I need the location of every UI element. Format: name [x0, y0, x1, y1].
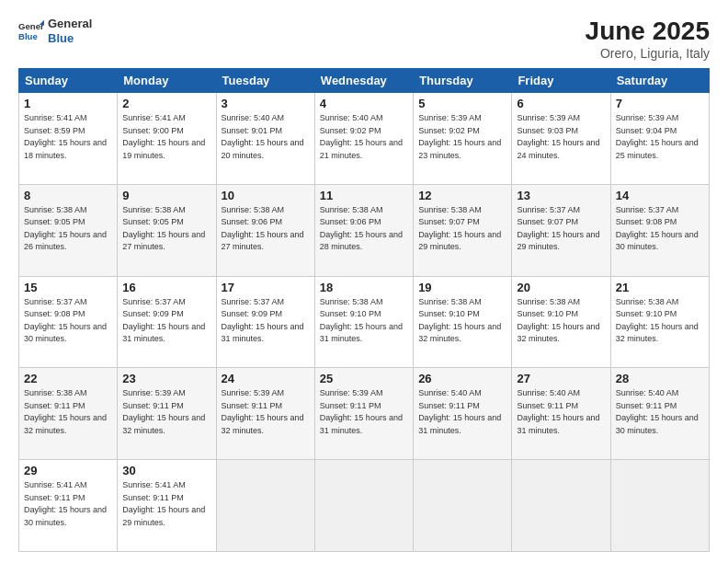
table-row: 2 Sunrise: 5:41 AM Sunset: 9:00 PM Dayli… — [118, 93, 216, 185]
sunrise-text: Sunrise: 5:39 AM — [122, 387, 210, 400]
table-row — [314, 460, 413, 552]
day-number: 30 — [122, 464, 210, 477]
calendar-header-row: Sunday Monday Tuesday Wednesday Thursday… — [19, 69, 710, 93]
day-info: Sunrise: 5:41 AM Sunset: 9:11 PM Dayligh… — [24, 479, 112, 529]
day-info: Sunrise: 5:40 AM Sunset: 9:01 PM Dayligh… — [222, 112, 310, 162]
day-number: 9 — [122, 189, 210, 202]
table-row: 11 Sunrise: 5:38 AM Sunset: 9:06 PM Dayl… — [314, 184, 413, 276]
daylight-text: Daylight: 15 hours and 28 minutes. — [320, 229, 408, 254]
sunset-text: Sunset: 9:08 PM — [24, 308, 112, 321]
day-info: Sunrise: 5:39 AM Sunset: 9:03 PM Dayligh… — [517, 112, 605, 162]
day-number: 17 — [222, 281, 310, 294]
table-row: 5 Sunrise: 5:39 AM Sunset: 9:02 PM Dayli… — [414, 93, 512, 185]
daylight-text: Daylight: 15 hours and 20 minutes. — [222, 137, 310, 162]
sunset-text: Sunset: 9:11 PM — [122, 492, 210, 505]
day-info: Sunrise: 5:39 AM Sunset: 9:11 PM Dayligh… — [320, 387, 408, 437]
sunset-text: Sunset: 9:09 PM — [122, 308, 210, 321]
table-row: 26 Sunrise: 5:40 AM Sunset: 9:11 PM Dayl… — [414, 368, 512, 460]
day-number: 24 — [222, 372, 310, 385]
col-saturday: Saturday — [610, 69, 709, 93]
day-info: Sunrise: 5:39 AM Sunset: 9:02 PM Dayligh… — [418, 112, 506, 162]
table-row — [414, 460, 512, 552]
logo: General Blue General Blue — [18, 17, 92, 45]
header-row: General Blue General Blue June 2025 Orer… — [18, 17, 710, 61]
sunset-text: Sunset: 9:08 PM — [616, 216, 704, 229]
table-row: 1 Sunrise: 5:41 AM Sunset: 8:59 PM Dayli… — [19, 93, 118, 185]
calendar-week-row: 15 Sunrise: 5:37 AM Sunset: 9:08 PM Dayl… — [19, 276, 710, 368]
table-row: 20 Sunrise: 5:38 AM Sunset: 9:10 PM Dayl… — [512, 276, 610, 368]
daylight-text: Daylight: 15 hours and 30 minutes. — [616, 412, 704, 437]
daylight-text: Daylight: 15 hours and 32 minutes. — [418, 321, 506, 346]
table-row: 10 Sunrise: 5:38 AM Sunset: 9:06 PM Dayl… — [216, 184, 314, 276]
day-number: 7 — [616, 97, 704, 110]
day-number: 12 — [418, 189, 506, 202]
col-thursday: Thursday — [414, 69, 512, 93]
daylight-text: Daylight: 15 hours and 23 minutes. — [418, 137, 506, 162]
day-info: Sunrise: 5:38 AM Sunset: 9:07 PM Dayligh… — [418, 204, 506, 254]
sunrise-text: Sunrise: 5:38 AM — [418, 296, 506, 309]
table-row: 24 Sunrise: 5:39 AM Sunset: 9:11 PM Dayl… — [216, 368, 314, 460]
logo-icon: General Blue — [18, 18, 44, 44]
daylight-text: Daylight: 15 hours and 31 minutes. — [222, 321, 310, 346]
sunrise-text: Sunrise: 5:37 AM — [24, 296, 112, 309]
sunrise-text: Sunrise: 5:38 AM — [24, 204, 112, 217]
table-row — [512, 460, 610, 552]
sunrise-text: Sunrise: 5:38 AM — [122, 204, 210, 217]
sunrise-text: Sunrise: 5:38 AM — [616, 296, 704, 309]
day-info: Sunrise: 5:38 AM Sunset: 9:06 PM Dayligh… — [320, 204, 408, 254]
sunrise-text: Sunrise: 5:38 AM — [24, 387, 112, 400]
day-info: Sunrise: 5:38 AM Sunset: 9:10 PM Dayligh… — [517, 296, 605, 346]
day-number: 13 — [517, 189, 605, 202]
day-info: Sunrise: 5:37 AM Sunset: 9:09 PM Dayligh… — [222, 296, 310, 346]
logo-general: General — [48, 17, 92, 31]
table-row: 28 Sunrise: 5:40 AM Sunset: 9:11 PM Dayl… — [610, 368, 709, 460]
table-row — [216, 460, 314, 552]
page: General Blue General Blue June 2025 Orer… — [0, 0, 728, 563]
sunset-text: Sunset: 9:11 PM — [418, 400, 506, 413]
day-number: 6 — [517, 97, 605, 110]
day-number: 23 — [122, 372, 210, 385]
sunrise-text: Sunrise: 5:37 AM — [616, 204, 704, 217]
sunset-text: Sunset: 9:03 PM — [517, 125, 605, 138]
sunset-text: Sunset: 9:11 PM — [24, 492, 112, 505]
day-number: 4 — [320, 97, 408, 110]
day-number: 26 — [418, 372, 506, 385]
day-number: 1 — [24, 97, 112, 110]
sunrise-text: Sunrise: 5:40 AM — [616, 387, 704, 400]
col-wednesday: Wednesday — [314, 69, 413, 93]
sunset-text: Sunset: 9:02 PM — [418, 125, 506, 138]
day-info: Sunrise: 5:40 AM Sunset: 9:11 PM Dayligh… — [418, 387, 506, 437]
sunrise-text: Sunrise: 5:40 AM — [320, 112, 408, 125]
svg-text:General: General — [18, 21, 44, 31]
daylight-text: Daylight: 15 hours and 32 minutes. — [517, 321, 605, 346]
day-info: Sunrise: 5:37 AM Sunset: 9:07 PM Dayligh… — [517, 204, 605, 254]
day-number: 27 — [517, 372, 605, 385]
daylight-text: Daylight: 15 hours and 25 minutes. — [616, 137, 704, 162]
day-info: Sunrise: 5:40 AM Sunset: 9:11 PM Dayligh… — [616, 387, 704, 437]
daylight-text: Daylight: 15 hours and 21 minutes. — [320, 137, 408, 162]
day-info: Sunrise: 5:37 AM Sunset: 9:08 PM Dayligh… — [24, 296, 112, 346]
day-info: Sunrise: 5:38 AM Sunset: 9:05 PM Dayligh… — [122, 204, 210, 254]
daylight-text: Daylight: 15 hours and 31 minutes. — [320, 412, 408, 437]
daylight-text: Daylight: 15 hours and 19 minutes. — [122, 137, 210, 162]
day-info: Sunrise: 5:40 AM Sunset: 9:02 PM Dayligh… — [320, 112, 408, 162]
day-number: 22 — [24, 372, 112, 385]
sunrise-text: Sunrise: 5:37 AM — [222, 296, 310, 309]
day-number: 11 — [320, 189, 408, 202]
day-number: 14 — [616, 189, 704, 202]
table-row: 6 Sunrise: 5:39 AM Sunset: 9:03 PM Dayli… — [512, 93, 610, 185]
table-row: 12 Sunrise: 5:38 AM Sunset: 9:07 PM Dayl… — [414, 184, 512, 276]
sunset-text: Sunset: 9:05 PM — [24, 216, 112, 229]
sunset-text: Sunset: 9:10 PM — [517, 308, 605, 321]
day-info: Sunrise: 5:41 AM Sunset: 9:00 PM Dayligh… — [122, 112, 210, 162]
day-info: Sunrise: 5:38 AM Sunset: 9:05 PM Dayligh… — [24, 204, 112, 254]
day-info: Sunrise: 5:39 AM Sunset: 9:04 PM Dayligh… — [616, 112, 704, 162]
daylight-text: Daylight: 15 hours and 31 minutes. — [320, 321, 408, 346]
sunrise-text: Sunrise: 5:39 AM — [320, 387, 408, 400]
table-row: 7 Sunrise: 5:39 AM Sunset: 9:04 PM Dayli… — [610, 93, 709, 185]
sunset-text: Sunset: 9:11 PM — [24, 400, 112, 413]
sunrise-text: Sunrise: 5:39 AM — [517, 112, 605, 125]
title-block: June 2025 Orero, Liguria, Italy — [586, 17, 710, 61]
sunset-text: Sunset: 9:10 PM — [616, 308, 704, 321]
daylight-text: Daylight: 15 hours and 31 minutes. — [122, 321, 210, 346]
